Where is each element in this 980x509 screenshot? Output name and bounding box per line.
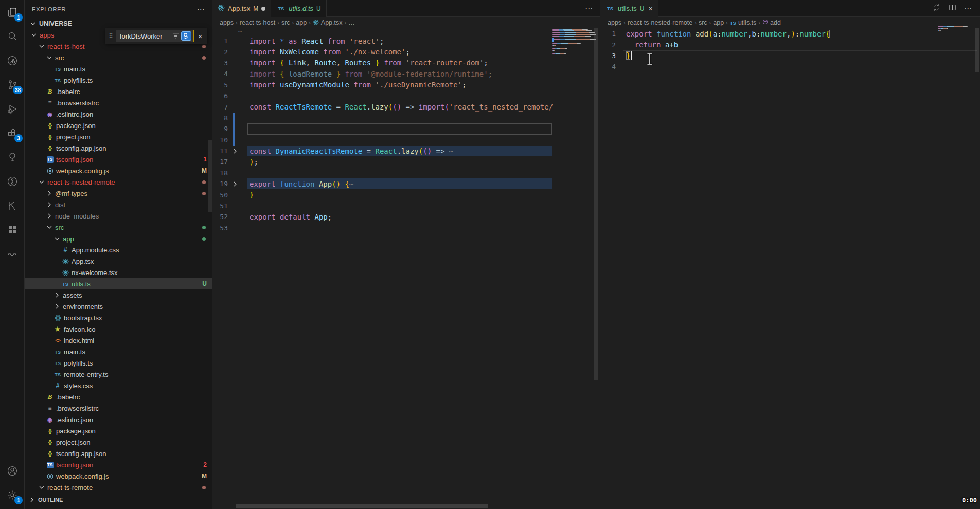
tree-file-styles.css[interactable]: #styles.css [25, 380, 212, 391]
tree-file-.browserslistrc[interactable]: ≡.browserslistrc [25, 97, 212, 108]
tree-file-polyfills.ts[interactable]: TSpolyfills.ts [25, 75, 212, 86]
code-line-1[interactable]: 1export function add(a:number,b:number,)… [600, 28, 980, 39]
tree-file-remote-entry.ts[interactable]: TSremote-entry.ts [25, 369, 212, 380]
breadcrumb-item-…[interactable]: … [348, 19, 355, 26]
code-line-51[interactable]: 51 [212, 201, 600, 211]
tree-folder-react-ts-remote[interactable]: react-ts-remote [25, 482, 212, 493]
activity-bar-item-search[interactable] [0, 24, 25, 48]
tree-file-nx-welcome.tsx[interactable]: nx-welcome.tsx [25, 267, 212, 278]
tree-file-tsconfig.app.json[interactable]: {}tsconfig.app.json [25, 142, 212, 154]
tree-file-.babelrc[interactable]: B.babelrc [25, 86, 212, 97]
breadcrumb-item-add[interactable]: add [762, 19, 781, 26]
tree-file-tsconfig.json[interactable]: TStsconfig.json1 [25, 154, 212, 165]
code-line-6[interactable]: 6 [212, 90, 600, 101]
breadcrumb-item-app[interactable]: app [713, 19, 724, 26]
code-line-4[interactable]: 4import { loadRemote } from '@module-fed… [212, 68, 600, 79]
activity-bar-item-circle-branch-ext[interactable] [0, 169, 25, 193]
sidebar-scrollbar[interactable] [208, 140, 212, 212]
activity-bar-item-squiggle-ext[interactable] [0, 242, 25, 266]
workspace-root-row[interactable]: UNIVERSE [25, 18, 212, 29]
tab-utils.ts[interactable]: TSutils.tsU× [600, 0, 658, 17]
tree-file-.eslintrc.json[interactable]: ◉.eslintrc.json [25, 108, 212, 120]
tree-file-project.json[interactable]: {}project.json [25, 437, 212, 448]
code-line-50[interactable]: 50} [212, 189, 600, 200]
editor1-horizontal-scrollbar[interactable] [236, 504, 488, 508]
activity-bar-item-explorer[interactable]: 1 [0, 0, 25, 24]
code-line-8[interactable]: 8 [212, 113, 600, 123]
tree-folder-src[interactable]: src [25, 52, 212, 63]
explorer-more-actions-icon[interactable]: ⋯ [197, 5, 205, 14]
breadcrumb-item-App.tsx[interactable]: App.tsx [313, 19, 343, 27]
tree-folder-environments[interactable]: environments [25, 301, 212, 312]
tree-file-App.module.css[interactable]: #App.module.css [25, 244, 212, 256]
breadcrumb-item-src[interactable]: src [699, 19, 707, 26]
code-line-17[interactable]: 17); [212, 156, 600, 167]
tree-filter-input[interactable]: forkDtsWorker [116, 30, 194, 42]
activity-bar-item-accounts[interactable] [0, 459, 25, 483]
tab-App.tsx[interactable]: App.tsxM [212, 0, 271, 17]
tree-folder-assets[interactable]: assets [25, 289, 212, 301]
editor1-vertical-scrollbar[interactable] [594, 28, 598, 380]
outline-section-header[interactable]: OUTLINE [25, 494, 212, 505]
code-line-3[interactable]: 3import { Link, Route, Routes } from 're… [212, 58, 600, 68]
tree-file-App.tsx[interactable]: App.tsx [25, 256, 212, 267]
tree-file-.babelrc[interactable]: B.babelrc [25, 391, 212, 403]
code-line-3[interactable]: 3} [600, 50, 980, 61]
tree-file-utils.ts[interactable]: TSutils.tsU [25, 278, 212, 289]
code-line-52[interactable]: 52export default App; [212, 211, 600, 222]
close-icon[interactable]: × [197, 32, 204, 41]
activity-bar-item-settings[interactable]: 1 [0, 483, 25, 507]
tree-file-.eslintrc.json[interactable]: ◉.eslintrc.json [25, 414, 212, 425]
code-line-18[interactable]: 18 [212, 168, 600, 178]
fold-chevron-icon[interactable] [231, 180, 239, 190]
sync-icon[interactable] [932, 3, 941, 14]
tree-file-.browserslistrc[interactable]: ≡.browserslistrc [25, 403, 212, 414]
fold-chevron-icon[interactable] [231, 147, 239, 157]
editor1-code[interactable]: ⋯1import * as React from 'react';2import… [212, 28, 600, 233]
tree-file-tsconfig.json[interactable]: TStsconfig.json2 [25, 459, 212, 470]
code-line-4[interactable]: 4 [600, 61, 980, 72]
tree-file-polyfills.ts[interactable]: TSpolyfills.ts [25, 357, 212, 369]
breadcrumb-item-utils.ts[interactable]: TSutils.ts [730, 19, 757, 26]
tree-file-bootstrap.tsx[interactable]: bootstrap.tsx [25, 312, 212, 323]
editor2-vertical-scrollbar[interactable] [975, 28, 979, 72]
more-actions-icon[interactable]: ⋯ [585, 4, 593, 13]
tree-folder-@mf-types[interactable]: @mf-types [25, 188, 212, 199]
tree-file-main.ts[interactable]: TSmain.ts [25, 346, 212, 357]
breadcrumb-item-apps[interactable]: apps [608, 19, 621, 26]
tree-folder-app[interactable]: app [25, 233, 212, 244]
tree-folder-node_modules[interactable]: node_modules [25, 210, 212, 222]
filter-icon[interactable] [171, 31, 181, 41]
activity-bar-item-k-ext[interactable] [0, 193, 25, 217]
tree-file-main.ts[interactable]: TSmain.ts [25, 63, 212, 75]
close-icon[interactable]: × [649, 5, 653, 13]
code-line-2[interactable]: 2 return a+b [600, 39, 980, 50]
tree-file-index.html[interactable]: <>index.html [25, 335, 212, 346]
drag-grip-icon[interactable]: ⠿ [109, 32, 113, 40]
activity-bar-item-run-debug[interactable] [0, 97, 25, 121]
tree-folder-dist[interactable]: dist [25, 199, 212, 210]
tree-folder-react-ts-nested-remote[interactable]: react-ts-nested-remote [25, 176, 212, 188]
breadcrumb-item-app[interactable]: app [296, 19, 307, 26]
activity-bar-item-grid-ext[interactable] [0, 217, 25, 242]
code-line-9[interactable]: 9 [212, 123, 600, 134]
tree-file-package.json[interactable]: {}package.json [25, 425, 212, 437]
editor2-code[interactable]: 1export function add(a:number,b:number,)… [600, 28, 980, 72]
timeline-section-header[interactable]: TIMELINE [25, 505, 212, 509]
fuzzy-search-toggle[interactable] [181, 31, 191, 41]
breadcrumb-item-react-ts-nested-remote[interactable]: react-ts-nested-remote [628, 19, 692, 26]
activity-bar-item-source-control[interactable]: 38 [0, 72, 25, 97]
code-line-11[interactable]: 11const DynamicReactTsRemote = React.laz… [212, 146, 600, 156]
code-line-10[interactable]: 10 [212, 135, 600, 146]
dirty-indicator-icon[interactable] [261, 7, 265, 11]
tree-file-package.json[interactable]: {}package.json [25, 120, 212, 131]
activity-bar-item-extensions[interactable]: 3 [0, 121, 25, 145]
tree-file-project.json[interactable]: {}project.json [25, 131, 212, 142]
tree-folder-src[interactable]: src [25, 222, 212, 233]
tree-file-webpack.config.js[interactable]: webpack.config.jsM [25, 165, 212, 176]
code-line-53[interactable]: 53 [212, 223, 600, 233]
breadcrumb-item-src[interactable]: src [281, 19, 290, 26]
code-line-1[interactable]: 1import * as React from 'react'; [212, 35, 600, 46]
activity-bar-item-remote-explorer[interactable] [0, 48, 25, 72]
more-actions-icon[interactable]: ⋯ [964, 4, 972, 13]
